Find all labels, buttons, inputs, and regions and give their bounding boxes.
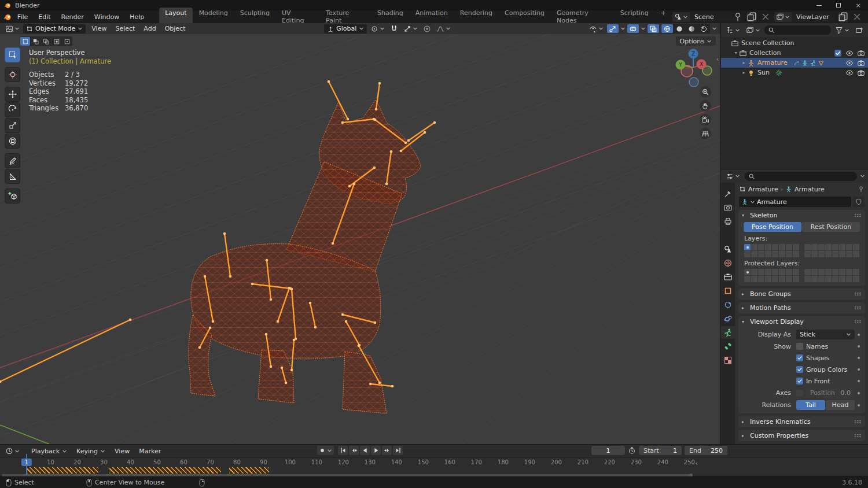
filter-button[interactable] xyxy=(833,25,851,35)
shading-shade-render[interactable] xyxy=(698,24,709,33)
layer-cell[interactable] xyxy=(744,251,751,257)
select-mode-extend[interactable] xyxy=(31,37,41,46)
layer-cell[interactable] xyxy=(846,276,852,282)
layer-cell[interactable] xyxy=(744,276,751,282)
animate-dot[interactable] xyxy=(855,368,863,371)
layer-cell[interactable] xyxy=(751,244,757,250)
outliner-row-collection[interactable]: ▾Collection xyxy=(721,48,868,58)
timeline-collapse-arrow[interactable]: ‹ xyxy=(696,460,698,467)
select-mode-set[interactable] xyxy=(20,37,30,46)
layer-cell[interactable] xyxy=(818,269,825,275)
transport-play-reverse-button[interactable] xyxy=(360,446,370,455)
breadcrumb-data[interactable]: Armature xyxy=(795,186,825,193)
layer-cell[interactable] xyxy=(839,244,845,250)
pin-icon[interactable] xyxy=(733,12,743,22)
visibility-dropdown[interactable] xyxy=(587,24,605,34)
sidebar-collapse-arrow[interactable]: ‹ xyxy=(716,56,719,63)
layer-cell[interactable] xyxy=(811,269,818,275)
datablock-name-field[interactable]: Armature xyxy=(739,197,851,207)
keyframe-segment[interactable] xyxy=(27,467,98,474)
pin-icon[interactable] xyxy=(858,186,865,193)
nav-hand-button[interactable] xyxy=(700,100,711,112)
layer-cell[interactable] xyxy=(853,276,859,282)
eye-toggle-icon[interactable] xyxy=(845,69,854,77)
layer-cell[interactable] xyxy=(779,251,785,257)
camera-toggle-icon[interactable] xyxy=(857,59,865,67)
new-scene-button[interactable] xyxy=(746,12,757,22)
panel-inverse-kinematics-header[interactable]: ▸Inverse Kinematics xyxy=(738,416,865,427)
select-mode-subtract[interactable] xyxy=(41,37,51,46)
delete-scene-button[interactable] xyxy=(760,12,771,22)
display-as-dropdown[interactable]: Stick xyxy=(796,330,855,339)
properties-search-input[interactable] xyxy=(745,172,857,181)
transport-key-next-button[interactable] xyxy=(382,446,392,455)
tool-select-box[interactable] xyxy=(5,47,20,62)
layer-cell[interactable] xyxy=(839,251,845,257)
minimize-button[interactable] xyxy=(809,0,829,10)
tool-rotate[interactable] xyxy=(5,102,20,117)
viewlayer-name[interactable]: ViewLayer xyxy=(792,13,834,21)
layer-cell[interactable] xyxy=(751,251,757,257)
layer-cell[interactable] xyxy=(765,244,771,250)
tool-annotate[interactable] xyxy=(5,153,20,168)
layer-cell[interactable] xyxy=(765,276,771,282)
transport-jump-start-button[interactable] xyxy=(338,446,348,455)
layer-cell[interactable] xyxy=(758,251,764,257)
chevron-down-icon[interactable] xyxy=(712,26,717,31)
keyframe-strip[interactable] xyxy=(0,467,868,475)
nav-grid-persp-button[interactable] xyxy=(700,128,711,139)
layer-cell[interactable] xyxy=(772,244,778,250)
current-frame-field[interactable]: 1 xyxy=(591,446,625,455)
camera-toggle-icon[interactable] xyxy=(857,69,865,77)
chevron-down-icon[interactable] xyxy=(620,26,626,31)
transport-play-button[interactable] xyxy=(371,446,381,455)
falloff-dropdown[interactable] xyxy=(435,24,453,34)
layer-cell[interactable] xyxy=(853,269,859,275)
properties-tab-scene[interactable] xyxy=(721,243,735,256)
outliner-editor-button[interactable] xyxy=(724,25,742,35)
breadcrumb-object[interactable]: Armature xyxy=(748,186,778,193)
end-frame-field[interactable]: End250 xyxy=(685,446,727,455)
layer-cell[interactable] xyxy=(744,244,751,250)
chevron-down-icon[interactable] xyxy=(860,173,865,179)
viewlayer-selector[interactable]: ViewLayer xyxy=(774,12,834,22)
layer-cell[interactable] xyxy=(804,276,811,282)
in-front-checkbox[interactable] xyxy=(796,378,803,385)
viewport-menu-add[interactable]: Add xyxy=(139,24,160,34)
properties-tab-object[interactable] xyxy=(721,284,735,297)
panel-bone-groups-header[interactable]: ▸Bone Groups xyxy=(738,289,865,300)
layer-cell[interactable] xyxy=(765,251,771,257)
show-overlays-toggle[interactable] xyxy=(627,24,639,33)
menu-window[interactable]: Window xyxy=(89,12,124,23)
timeline-editor-button[interactable] xyxy=(3,446,21,456)
blender-menu-icon[interactable] xyxy=(3,13,12,21)
layer-cell[interactable] xyxy=(744,269,751,275)
layer-cell[interactable] xyxy=(786,276,792,282)
current-frame-badge[interactable]: 1 xyxy=(21,459,32,466)
disclosure-right-icon[interactable]: ▸ xyxy=(741,70,747,75)
layer-cell[interactable] xyxy=(804,269,811,275)
show-gizmo-toggle[interactable] xyxy=(607,24,619,33)
maximize-button[interactable] xyxy=(829,0,848,10)
relations-tail-button[interactable]: Tail xyxy=(796,400,825,410)
names-checkbox[interactable] xyxy=(796,343,803,350)
shading-shade-material[interactable] xyxy=(686,24,697,33)
fake-user-button[interactable] xyxy=(853,197,865,207)
layer-cell[interactable] xyxy=(772,269,778,275)
outliner-label[interactable]: Sun xyxy=(757,69,770,76)
layer-cell[interactable] xyxy=(779,276,785,282)
layer-cell[interactable] xyxy=(818,276,825,282)
xray-toggle[interactable] xyxy=(648,24,659,33)
properties-tab-collection[interactable] xyxy=(721,271,735,283)
options-button[interactable]: Options xyxy=(676,36,716,46)
transport-jump-end-button[interactable] xyxy=(393,446,403,455)
layer-cell[interactable] xyxy=(751,269,757,275)
layer-cell[interactable] xyxy=(811,244,818,250)
select-mode-intersect[interactable] xyxy=(62,37,72,46)
layer-cell[interactable] xyxy=(804,251,811,257)
checkbox-toggle-icon[interactable] xyxy=(834,49,842,57)
layer-cell[interactable] xyxy=(804,244,811,250)
start-frame-field[interactable]: Start1 xyxy=(639,446,682,455)
layer-cell[interactable] xyxy=(793,244,799,250)
viewport-menu-select[interactable]: Select xyxy=(111,24,139,34)
